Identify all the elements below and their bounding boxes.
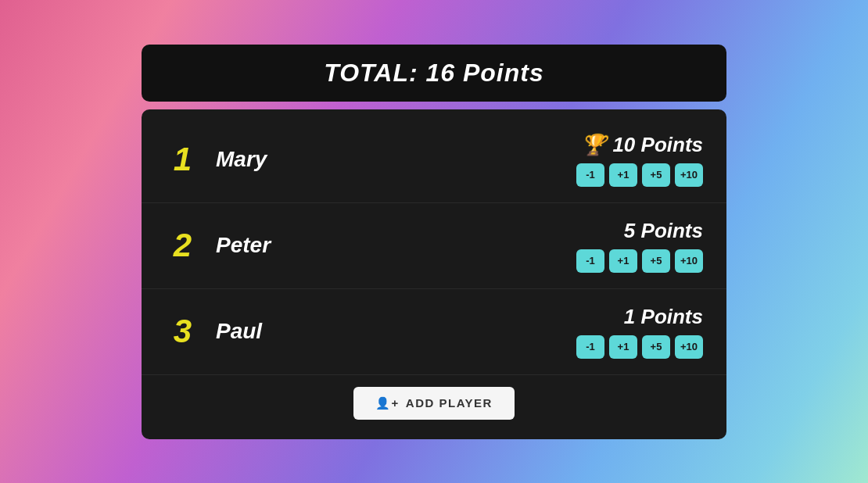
- player-rank: 2: [165, 227, 200, 264]
- player-row: 2Peter5 Points-1+1+5+10: [142, 203, 726, 289]
- points-area: 1 Points-1+1+5+10: [576, 305, 703, 359]
- points-value: 5 Points: [624, 219, 703, 243]
- points-value: 10 Points: [612, 133, 703, 157]
- score-btn-plus5[interactable]: +5: [642, 163, 670, 187]
- player-rank: 3: [165, 313, 200, 350]
- score-btn-minus1[interactable]: -1: [576, 249, 604, 273]
- add-player-area: 👤+ ADD PLAYER: [142, 375, 726, 424]
- score-btn-plus5[interactable]: +5: [642, 335, 670, 359]
- add-player-icon: 👤+: [375, 396, 400, 410]
- score-button-group: -1+1+5+10: [576, 335, 703, 359]
- add-player-label: ADD PLAYER: [406, 396, 493, 410]
- score-btn-minus1[interactable]: -1: [576, 335, 604, 359]
- points-label: 1 Points: [624, 305, 703, 329]
- player-name: Mary: [216, 147, 561, 172]
- points-label: 🏆10 Points: [581, 133, 703, 157]
- trophy-icon: 🏆: [581, 133, 606, 157]
- scoreboard: 1Mary🏆10 Points-1+1+5+102Peter5 Points-1…: [142, 109, 726, 439]
- score-btn-plus10[interactable]: +10: [675, 335, 703, 359]
- player-name: Peter: [216, 233, 561, 258]
- player-name: Paul: [216, 319, 561, 344]
- total-bar: TOTAL: 16 Points: [142, 45, 726, 102]
- player-rank: 1: [165, 141, 200, 178]
- score-btn-plus10[interactable]: +10: [675, 249, 703, 273]
- player-row: 1Mary🏆10 Points-1+1+5+10: [142, 117, 726, 203]
- score-btn-plus1[interactable]: +1: [609, 163, 637, 187]
- score-btn-plus10[interactable]: +10: [675, 163, 703, 187]
- score-btn-plus5[interactable]: +5: [642, 249, 670, 273]
- player-row: 3Paul1 Points-1+1+5+10: [142, 289, 726, 375]
- points-value: 1 Points: [624, 305, 703, 329]
- score-btn-plus1[interactable]: +1: [609, 335, 637, 359]
- score-btn-minus1[interactable]: -1: [576, 163, 604, 187]
- score-btn-plus1[interactable]: +1: [609, 249, 637, 273]
- score-button-group: -1+1+5+10: [576, 249, 703, 273]
- points-area: 🏆10 Points-1+1+5+10: [576, 133, 703, 187]
- add-player-button[interactable]: 👤+ ADD PLAYER: [353, 387, 515, 420]
- total-label: TOTAL: 16 Points: [165, 59, 703, 88]
- score-button-group: -1+1+5+10: [576, 163, 703, 187]
- points-area: 5 Points-1+1+5+10: [576, 219, 703, 273]
- points-label: 5 Points: [624, 219, 703, 243]
- main-container: TOTAL: 16 Points 1Mary🏆10 Points-1+1+5+1…: [142, 45, 726, 439]
